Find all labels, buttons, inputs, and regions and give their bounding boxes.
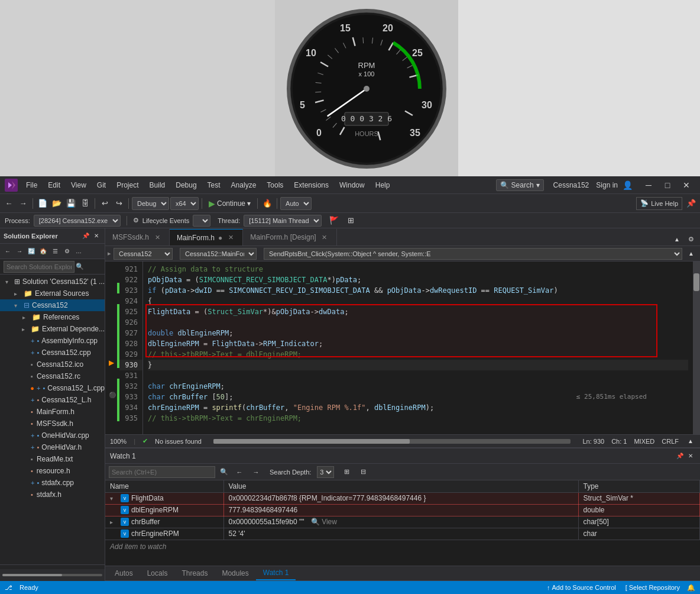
menu-git[interactable]: Git [92,179,111,191]
sidebar-item-msfssdk[interactable]: • MSFSsdk.h [0,418,105,430]
menu-file[interactable]: File [21,179,42,191]
tab-msfssdk[interactable]: MSFSsdk.h ✕ [105,229,170,246]
sidebar-item-cessna152cpp[interactable]: + • Cessna152.cpp [0,347,105,359]
sidebar-home[interactable]: 🏠 [38,246,48,257]
minimize-button[interactable]: ─ [640,179,657,191]
sidebar-item-cessna152[interactable]: ▾ ⊟ Cessna152 [0,299,105,311]
zoom-level[interactable]: 100% [110,438,127,445]
menu-edit[interactable]: Edit [43,179,65,191]
sidebar-item-cessna152lh[interactable]: + • Cessna152_L.h [0,394,105,406]
menu-build[interactable]: Build [145,179,170,191]
open-button[interactable]: 📂 [50,197,63,210]
auto-dropdown[interactable]: Auto [280,197,312,210]
watch-close[interactable]: ✕ [686,451,695,461]
sidebar-item-onehidvarcpp[interactable]: + • OneHidVar.cpp [0,430,105,441]
watch-expand-btn[interactable]: ⊞ [340,466,353,479]
class-dropdown[interactable]: Cessna152 [114,248,173,260]
view-icon[interactable]: 🔍 View [311,518,337,526]
menu-view[interactable]: View [66,179,91,191]
save-button[interactable]: 💾 [64,197,77,210]
sidebar-item-cessna152lcpp[interactable]: ● + • Cessna152_L.cpp [0,382,105,394]
tab-modules[interactable]: Modules [215,566,255,580]
watch-row-dblengine[interactable]: v dblEngineRPM 777.94839468497446 double [105,504,700,516]
nav-dropdown[interactable]: SendRptsBnt_Click(System::Object ^ sende… [264,248,682,260]
code-editor[interactable]: ▶ ⚫ [105,262,700,434]
tab-close-design[interactable]: ✕ [320,233,329,242]
thread-flag-button[interactable]: 🚩 [328,214,341,227]
watch-forward-btn[interactable]: → [249,466,262,479]
watch-row-chrengine[interactable]: v chrEngineRPM 52 '4' char [105,528,700,540]
back-button[interactable]: ← [2,197,15,210]
sign-in[interactable]: Sign in [596,181,618,189]
process-dropdown[interactable]: [28264] Cessna152.exe [34,215,121,227]
sidebar-item-cessna152ico[interactable]: ▪ Cessna152.ico [0,359,105,370]
tab-mainformh-design[interactable]: MainForm.h [Design] ✕ [243,229,336,246]
redo-button[interactable]: ↪ [112,197,125,210]
thread-dropdown[interactable]: [15112] Main Thread [244,215,322,227]
sidebar-item-cessna152rc[interactable]: ▪ Cessna152.rc [0,370,105,382]
sidebar-item-resourceh[interactable]: • resource.h [0,465,105,477]
sidebar-item-solution[interactable]: ▾ ⊞ Solution 'Cessna152' (1 ... [0,276,105,288]
sidebar-item-ext-dep[interactable]: ▸ 📁 External Depende... [0,323,105,335]
hot-reload-button[interactable]: 🔥 [261,197,274,210]
watch-back-btn[interactable]: ← [233,466,246,479]
thread-nav-button[interactable]: ⊞ [344,214,357,227]
editor-settings-button[interactable]: ⚙ [685,233,698,246]
sidebar-item-mainformh[interactable]: • MainForm.h [0,406,105,418]
expand-chrbuffer[interactable]: ▸ [110,519,118,525]
sidebar-item-assemblyinfo[interactable]: + • AssemblyInfo.cpp [0,335,105,347]
watch-row-chrbuffer[interactable]: ▸ v chrBuffer 0x00000055a15fe9b0 "" 🔍 Vi… [105,516,700,528]
pin-button[interactable]: 📌 [685,197,698,210]
lifecycle-dropdown[interactable] [193,215,210,227]
watch-pin[interactable]: 📌 [675,451,685,461]
tab-locals[interactable]: Locals [140,566,175,580]
depth-select[interactable]: 3 [317,466,334,478]
new-file-button[interactable]: 📄 [36,197,49,210]
expand-flightdata[interactable]: ▾ [110,495,118,502]
editor-scrollbar[interactable] [693,262,700,434]
code-content[interactable]: // Assign data to structure pObjData = (… [143,262,693,434]
add-watch-label[interactable]: Add item to watch [105,540,700,553]
sidebar-pin-button[interactable]: 📌 [81,231,90,241]
sidebar-settings[interactable]: ⚙ [61,246,72,257]
sidebar-item-readme[interactable]: ▪ ReadMe.txt [0,453,105,465]
tab-close-msfssdk[interactable]: ✕ [153,233,162,242]
menu-analyze[interactable]: Analyze [226,179,261,191]
menu-tools[interactable]: Tools [262,179,288,191]
save-all-button[interactable]: 🗄 [79,197,92,210]
tab-mainformh[interactable]: MainForm.h ● ✕ [170,229,243,246]
watch-search-input[interactable] [109,466,215,478]
menu-test[interactable]: Test [203,179,225,191]
select-repository[interactable]: [ Select Repository [623,584,682,591]
sidebar-search-input[interactable] [4,261,74,273]
editor-scroll-up[interactable]: ▲ [686,435,695,448]
editor-up-button[interactable]: ▲ [670,233,683,246]
watch-search-btn[interactable]: 🔍 [219,467,229,477]
sidebar-item-stdafxcpp[interactable]: + • stdafx.cpp [0,477,105,489]
sidebar-refresh[interactable]: 🔄 [26,246,37,257]
sidebar-back[interactable]: ← [2,246,13,257]
sidebar-forward[interactable]: → [14,246,25,257]
sidebar-close-button[interactable]: ✕ [92,231,101,241]
menu-extensions[interactable]: Extensions [289,179,333,191]
menu-debug[interactable]: Debug [171,179,201,191]
menu-project[interactable]: Project [112,179,143,191]
sidebar-item-stdafxh[interactable]: • stdafx.h [0,489,105,501]
continue-button[interactable]: ▶ Continue ▾ [205,198,254,209]
tab-close-mainformh[interactable]: ✕ [226,233,235,243]
sidebar-item-onehidvarh[interactable]: + • OneHidVar.h [0,441,105,453]
add-source-control[interactable]: ↑ Add to Source Control [545,584,618,591]
menu-window[interactable]: Window [335,179,370,191]
undo-button[interactable]: ↩ [98,197,111,210]
sidebar-item-references[interactable]: ▸ 📁 References [0,311,105,323]
tab-watch1[interactable]: Watch 1 [256,566,296,580]
member-dropdown[interactable]: Cessna152::MainForm [180,248,257,260]
nav-expand[interactable]: ▲ [685,247,698,260]
restore-button[interactable]: □ [659,179,676,191]
live-help-label[interactable]: Live Help [651,200,678,207]
sidebar-filter[interactable]: ☰ [50,246,60,257]
watch-collapse-btn[interactable]: ⊟ [357,466,370,479]
close-button[interactable]: ✕ [678,179,695,191]
tab-autos[interactable]: Autos [108,566,140,580]
tab-threads[interactable]: Threads [174,566,215,580]
